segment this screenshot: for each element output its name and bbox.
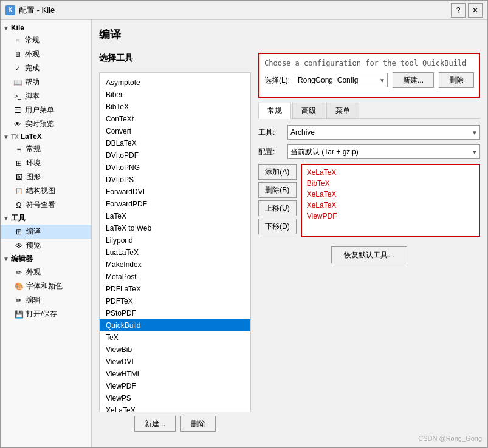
- select-row: 选择(L): RongGong_Config ▼ 新建... 删除: [264, 72, 474, 88]
- sidebar-item-预览[interactable]: 👁 预览: [1, 239, 91, 253]
- tool-list-item[interactable]: ViewHTML: [100, 368, 250, 380]
- sidebar-item-外观1[interactable]: 🖥 外观: [1, 47, 91, 61]
- 常规-icon: ≡: [13, 36, 22, 45]
- delete-tool-button[interactable]: 删除: [180, 416, 216, 432]
- sidebar-item-latex-常规[interactable]: ≡ 常规: [1, 142, 91, 156]
- tool-list-item[interactable]: PDFTeX: [100, 295, 250, 307]
- config-section: Choose a configuration for the tool Quic…: [258, 53, 480, 440]
- title-bar-controls: ? ✕: [451, 3, 483, 18]
- tab-高级[interactable]: 高级: [292, 103, 325, 118]
- tool-list-item[interactable]: ViewDVI: [100, 356, 250, 368]
- config-delete-button[interactable]: 删除: [439, 72, 474, 88]
- tool-list-item[interactable]: ViewPDF: [100, 380, 250, 392]
- 实时预览-icon: 👁: [13, 120, 22, 129]
- sidebar-item-符号查看[interactable]: Ω 符号查看: [1, 198, 91, 212]
- sidebar-label: 结构视图: [26, 186, 55, 196]
- sidebar-item-打开保存[interactable]: 💾 打开/保存: [1, 307, 91, 321]
- sidebar-parent-tools[interactable]: ▼ 工具: [1, 212, 91, 225]
- config-dropdown-wrapper: RongGong_Config ▼: [295, 73, 388, 87]
- close-button[interactable]: ✕: [468, 3, 483, 18]
- tool-list-item[interactable]: LaTeX to Web: [100, 222, 250, 234]
- config-label: 配置:: [258, 147, 283, 157]
- sidebar-item-编辑[interactable]: ✏ 编辑: [1, 293, 91, 307]
- up-build-button[interactable]: 上移(U): [258, 200, 297, 216]
- add-build-button[interactable]: 添加(A): [258, 164, 297, 180]
- sidebar-label: 编辑: [26, 295, 41, 305]
- 编译-icon: ⊞: [14, 228, 24, 236]
- tool-list-item[interactable]: Lilypond: [100, 234, 250, 246]
- tool-list-item[interactable]: LaTeX: [100, 210, 250, 222]
- tab-content-常规: 工具: Archive ▼ 配置:: [258, 125, 480, 237]
- sidebar-root-label: Kile: [11, 24, 24, 32]
- tool-list-item[interactable]: DVItoPNG: [100, 161, 250, 174]
- config2-dropdown[interactable]: 当前默认 (Tar + gzip): [287, 144, 480, 159]
- tool-dropdown-wrapper: Archive ▼: [287, 125, 480, 140]
- app-icon: K: [5, 5, 15, 15]
- build-list-item[interactable]: XeLaTeX: [304, 167, 477, 178]
- build-list-item[interactable]: BibTeX: [304, 178, 477, 189]
- sidebar-item-实时预览[interactable]: 👁 实时预览: [1, 117, 91, 131]
- tool-list-item[interactable]: ForwardPDF: [100, 198, 250, 210]
- sidebar-item-脚本[interactable]: >_ 脚本: [1, 89, 91, 103]
- tool-list-item[interactable]: QuickBuild: [100, 319, 250, 331]
- tool-list-item[interactable]: MetaPost: [100, 271, 250, 283]
- select-tools-label: 选择工具: [99, 53, 251, 64]
- tool-list-item[interactable]: BibTeX: [100, 101, 250, 113]
- editor-expand-arrow: ▼: [3, 256, 9, 262]
- tool-list-item[interactable]: TeX: [100, 331, 250, 344]
- sidebar-parent-editor[interactable]: ▼ 编辑器: [1, 253, 91, 265]
- tool-list-item[interactable]: XeLaTeX: [100, 404, 250, 412]
- tab-菜单[interactable]: 菜单: [326, 103, 359, 118]
- sidebar-item-字体和颜色[interactable]: 🎨 字体和颜色: [1, 279, 91, 293]
- tool-list-item[interactable]: DBLaTeX: [100, 137, 250, 149]
- sidebar-item-用户菜单[interactable]: ☰ 用户菜单: [1, 103, 91, 117]
- help-button[interactable]: ?: [451, 3, 466, 18]
- tool-list-item[interactable]: MakeIndex: [100, 259, 250, 271]
- tool-list-item[interactable]: ViewBib: [100, 344, 250, 356]
- sidebar-item-编译[interactable]: ⊞ 编译: [1, 225, 91, 239]
- config-dropdown[interactable]: RongGong_Config: [295, 73, 388, 87]
- tool-list-item[interactable]: DVItoPS: [100, 174, 250, 186]
- new-tool-button[interactable]: 新建...: [134, 416, 176, 432]
- build-list-item[interactable]: XeLaTeX: [304, 189, 477, 200]
- tool-list-item[interactable]: Asymptote: [100, 76, 250, 89]
- sidebar-parent-latex[interactable]: ▼ TX LaTeX: [1, 131, 91, 142]
- sidebar-item-图形[interactable]: 🖼 图形: [1, 170, 91, 184]
- down-build-button[interactable]: 下移(D): [258, 219, 297, 234]
- tool-list-item[interactable]: Biber: [100, 89, 250, 101]
- 外观-icon: 🖥: [13, 50, 22, 59]
- tool-list-item[interactable]: ConTeXt: [100, 113, 250, 125]
- restore-defaults-button[interactable]: 恢复默认工具...: [331, 246, 407, 263]
- remove-build-button[interactable]: 删除(B): [258, 182, 297, 198]
- tool-list-item[interactable]: ForwardDVI: [100, 186, 250, 198]
- sidebar-root-kile[interactable]: ▼ Kile: [1, 22, 91, 33]
- sidebar-label: 常规: [25, 35, 40, 46]
- build-list-item[interactable]: XeLaTeX: [304, 200, 477, 211]
- sidebar-label: 帮助: [25, 77, 40, 87]
- sidebar-item-editor-外观[interactable]: ✏ 外观: [1, 265, 91, 279]
- tool-list-item[interactable]: PStoPDF: [100, 307, 250, 319]
- tool-list-item[interactable]: ViewPS: [100, 392, 250, 404]
- sidebar-item-结构视图[interactable]: 📋 结构视图: [1, 184, 91, 198]
- tool-dropdown[interactable]: Archive: [287, 125, 480, 140]
- tool-list-item[interactable]: DVItoPDF: [100, 149, 250, 161]
- config-new-button[interactable]: 新建...: [393, 72, 434, 88]
- build-list: XeLaTeXBibTeXXeLaTeXXeLaTeXViewPDF: [301, 164, 480, 237]
- sidebar-item-完成[interactable]: ✓ 完成: [1, 61, 91, 75]
- sidebar-label: 外观: [26, 267, 41, 277]
- sidebar-item-帮助[interactable]: 📖 帮助: [1, 75, 91, 89]
- tool-list-item[interactable]: PDFLaTeX: [100, 283, 250, 295]
- tool-list-item[interactable]: Convert: [100, 125, 250, 137]
- build-list-item[interactable]: ViewPDF: [304, 211, 477, 222]
- 脚本-icon: >_: [13, 93, 22, 100]
- 字体颜色-icon: 🎨: [14, 282, 24, 291]
- sidebar-editor-label: 编辑器: [11, 254, 33, 264]
- sidebar-item-环境[interactable]: ⊞ 环境: [1, 156, 91, 170]
- tab-常规[interactable]: 常规: [258, 103, 291, 119]
- sidebar-tools-label: 工具: [11, 213, 26, 223]
- 打开保存-icon: 💾: [14, 310, 24, 319]
- sidebar: ▼ Kile ≡ 常规 🖥 外观 ✓ 完成 📖 帮助 >_ 脚本: [1, 20, 92, 447]
- sidebar-label: 符号查看: [26, 200, 55, 210]
- tool-list-item[interactable]: LuaLaTeX: [100, 246, 250, 259]
- sidebar-item-常规[interactable]: ≡ 常规: [1, 33, 91, 47]
